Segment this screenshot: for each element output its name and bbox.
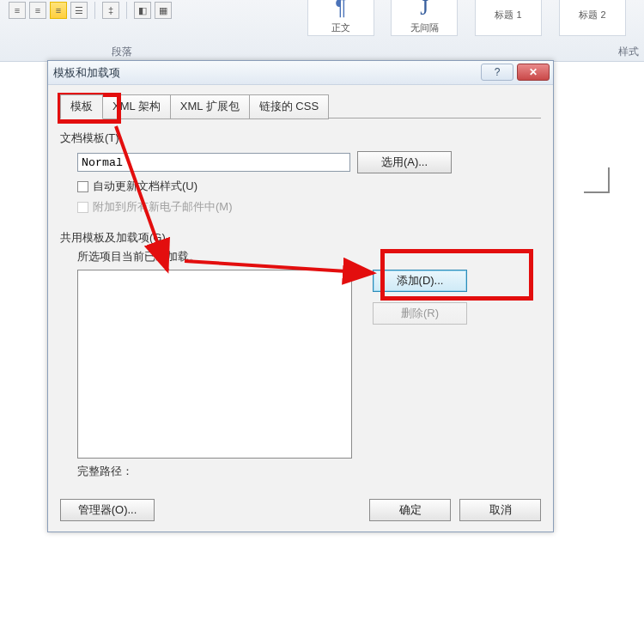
close-button[interactable]: ✕ xyxy=(517,64,550,81)
cancel-button[interactable]: 取消 xyxy=(459,499,541,521)
align-left-icon[interactable]: ≡ xyxy=(9,2,26,19)
align-center-icon[interactable]: ≡ xyxy=(29,2,46,19)
dialog-titlebar: 模板和加载项 ? ✕ xyxy=(48,61,553,85)
distribute-icon[interactable]: ☰ xyxy=(70,2,88,19)
ok-button[interactable]: 确定 xyxy=(369,499,451,521)
attach-mail-checkbox: 附加到所有新电子邮件中(M) xyxy=(77,199,541,215)
document-cursor-edge xyxy=(584,167,610,193)
tabstrip: 模板 XML 架构 XML 扩展包 链接的 CSS xyxy=(60,94,541,118)
doc-template-input[interactable] xyxy=(77,153,350,172)
doc-template-label: 文档模板(T) xyxy=(60,131,541,146)
style-nospacing[interactable]: J 无间隔 xyxy=(391,0,458,36)
style-heading2[interactable]: 标题 2 xyxy=(559,0,626,36)
ribbon-bg: ≡ ≡ ≡ ☰ ‡ ◧ ▦ 段落 样式 ¶ 正文 J 无间隔 标题 1 标题 2 xyxy=(0,0,644,62)
addins-listbox[interactable] xyxy=(77,270,352,459)
dialog-title: 模板和加载项 xyxy=(53,65,120,81)
separator xyxy=(94,2,95,19)
tab-xml-expand[interactable]: XML 扩展包 xyxy=(170,94,250,119)
organizer-button[interactable]: 管理器(O)... xyxy=(60,499,155,521)
align-justify-icon[interactable]: ≡ xyxy=(50,2,67,19)
shading-icon[interactable]: ◧ xyxy=(134,2,151,19)
loaded-note: 所选项目当前已经加载。 xyxy=(77,249,541,264)
checkbox-icon xyxy=(77,181,88,192)
dialog-body: 模板 XML 架构 XML 扩展包 链接的 CSS 文档模板(T) 选用(A).… xyxy=(48,85,553,532)
auto-update-checkbox[interactable]: 自动更新文档样式(U) xyxy=(77,179,541,194)
select-button[interactable]: 选用(A)... xyxy=(357,151,452,173)
shared-templates-label: 共用模板及加载项(G) xyxy=(60,230,541,246)
style-normal[interactable]: ¶ 正文 xyxy=(307,0,374,36)
remove-button: 删除(R) xyxy=(373,302,467,325)
ribbon-group-style: 样式 xyxy=(618,45,639,59)
tab-xml-schema[interactable]: XML 架构 xyxy=(102,94,171,119)
help-button[interactable]: ? xyxy=(481,64,513,81)
ribbon-toolbar: ≡ ≡ ≡ ☰ ‡ ◧ ▦ xyxy=(9,2,172,19)
templates-dialog: 模板和加载项 ? ✕ 模板 XML 架构 XML 扩展包 链接的 CSS 文档模… xyxy=(47,60,554,532)
tab-linked-css[interactable]: 链接的 CSS xyxy=(249,94,329,119)
line-spacing-icon[interactable]: ‡ xyxy=(102,2,119,19)
tab-template[interactable]: 模板 xyxy=(60,94,103,119)
separator xyxy=(126,2,127,19)
style-heading1[interactable]: 标题 1 xyxy=(475,0,542,36)
ribbon-group-paragraph: 段落 xyxy=(112,45,132,59)
checkbox-icon xyxy=(77,202,88,213)
dialog-bottom-row: 管理器(O)... 确定 取消 xyxy=(60,499,541,521)
borders-icon[interactable]: ▦ xyxy=(155,2,172,19)
full-path-label: 完整路径： xyxy=(77,464,541,479)
add-button[interactable]: 添加(D)... xyxy=(373,270,467,292)
